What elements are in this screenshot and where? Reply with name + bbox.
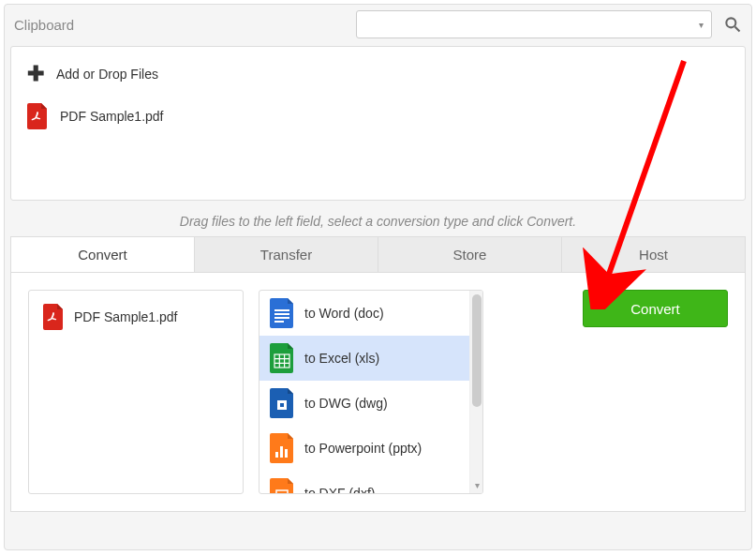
plus-icon: ✚	[26, 62, 45, 86]
svg-line-1	[735, 27, 740, 32]
svg-point-0	[726, 18, 735, 27]
format-option-powerpoint[interactable]: to Powerpoint (pptx)	[259, 426, 482, 471]
scrollbar[interactable]: ▴ ▾	[469, 291, 482, 493]
svg-rect-5	[274, 321, 284, 323]
format-label: to DXF (dxf)	[304, 486, 375, 493]
search-button[interactable]	[719, 10, 746, 38]
dwg-icon	[269, 388, 295, 418]
tab-transfer[interactable]: Transfer	[195, 237, 378, 272]
selected-file-name: PDF Sample1.pdf	[74, 309, 178, 324]
file-name: PDF Sample1.pdf	[60, 109, 164, 124]
svg-rect-3	[274, 313, 289, 315]
format-option-excel[interactable]: to Excel (xls)	[259, 336, 482, 381]
format-option-word[interactable]: to Word (doc)	[259, 291, 482, 336]
tab-host[interactable]: Host	[562, 237, 745, 272]
format-list[interactable]: to Word (doc) to Excel (xls) to DWG (dwg…	[259, 291, 482, 493]
pdf-icon	[26, 103, 49, 129]
selected-file-row[interactable]: PDF Sample1.pdf	[42, 304, 230, 330]
format-label: to DWG (dwg)	[304, 396, 388, 411]
search-icon	[723, 15, 742, 34]
hint-text: Drag files to the left field, select a c…	[10, 214, 746, 229]
selected-files-panel: PDF Sample1.pdf	[28, 290, 244, 494]
svg-rect-2	[274, 309, 289, 311]
scroll-down-icon[interactable]: ▾	[470, 480, 483, 493]
svg-rect-12	[280, 403, 284, 407]
search-combo[interactable]: ▾	[356, 10, 712, 38]
add-files-label: Add or Drop Files	[56, 67, 158, 82]
svg-rect-4	[274, 317, 289, 319]
file-dropzone[interactable]: ✚ Add or Drop Files PDF Sample1.pdf	[10, 46, 746, 201]
powerpoint-icon	[269, 433, 295, 463]
tabs: Convert Transfer Store Host	[10, 236, 746, 273]
scroll-thumb[interactable]	[472, 294, 482, 407]
svg-rect-13	[275, 452, 278, 458]
format-label: to Word (doc)	[304, 306, 384, 321]
format-option-dwg[interactable]: to DWG (dwg)	[259, 381, 482, 426]
svg-rect-14	[280, 446, 283, 458]
page-title: Clipboard	[10, 17, 74, 33]
dropdown-caret-icon[interactable]: ▾	[691, 20, 711, 30]
convert-button[interactable]: Convert	[583, 290, 728, 327]
svg-rect-15	[285, 449, 288, 458]
format-option-dxf[interactable]: to DXF (dxf)	[259, 471, 482, 493]
format-list-panel: to Word (doc) to Excel (xls) to DWG (dwg…	[259, 290, 483, 494]
search-input[interactable]	[357, 11, 691, 38]
file-row[interactable]: PDF Sample1.pdf	[26, 103, 730, 129]
pdf-icon	[42, 304, 65, 330]
format-label: to Powerpoint (pptx)	[304, 441, 422, 456]
tab-store[interactable]: Store	[378, 237, 562, 272]
dxf-icon	[269, 478, 295, 493]
tab-convert[interactable]: Convert	[11, 237, 195, 272]
add-files-button[interactable]: ✚ Add or Drop Files	[26, 62, 730, 86]
word-icon	[269, 298, 295, 328]
format-label: to Excel (xls)	[304, 351, 379, 366]
excel-icon	[269, 343, 295, 373]
